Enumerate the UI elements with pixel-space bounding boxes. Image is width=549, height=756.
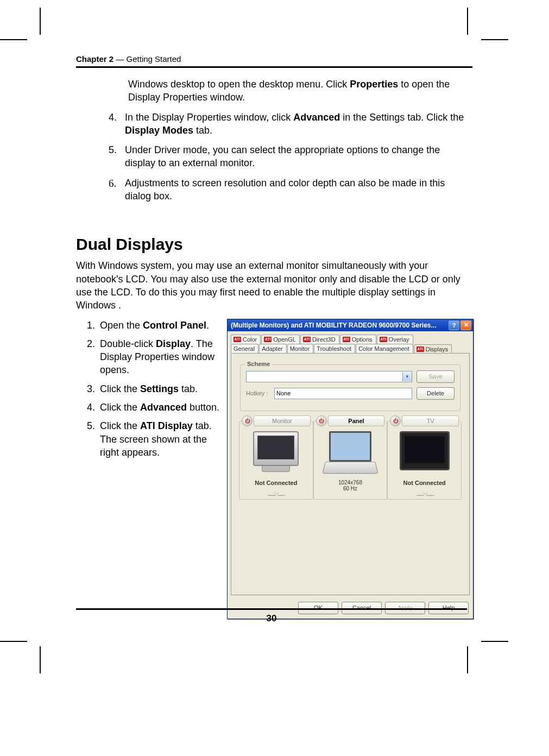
- tab-color-management[interactable]: Color Management: [356, 344, 413, 353]
- display-card-monitor: ⏻ Monitor Not Connected ⎯⎯◡⎯⎯: [239, 421, 313, 500]
- help-button[interactable]: ?: [449, 320, 459, 330]
- toggle-icon[interactable]: ⎯⎯◡⎯⎯: [390, 487, 459, 496]
- save-button[interactable]: Save: [417, 370, 455, 383]
- list-item: 5. Click the ATI Display tab. The screen…: [87, 419, 223, 459]
- tabs-row-2: General Adapter Monitor Troubleshoot Col…: [231, 344, 470, 353]
- resolution-text: 1024x768: [316, 480, 385, 486]
- display-properties-dialog: (Multiple Monitors) and ATI MOBILITY RAD…: [227, 319, 474, 619]
- tab-overlay[interactable]: ATIOverlay: [377, 335, 413, 344]
- tab-monitor[interactable]: Monitor: [287, 344, 314, 353]
- tab-color[interactable]: ATIColor: [231, 335, 261, 344]
- tab-displays[interactable]: ATIDisplays: [414, 344, 452, 354]
- tab-panel-displays: Scheme ▼ Save Hotkey :: [231, 353, 470, 595]
- tab-opengl[interactable]: ATIOpenGL: [261, 335, 300, 344]
- section-intro: With Windows system, you may use an exte…: [76, 259, 472, 312]
- chevron-down-icon: ▼: [402, 372, 412, 381]
- list-item: 5. Under Driver mode, you can select the…: [109, 143, 472, 170]
- ati-icon: ATI: [343, 337, 350, 342]
- status-text: Not Connected: [390, 480, 459, 486]
- delete-button[interactable]: Delete: [417, 387, 455, 400]
- hotkey-field[interactable]: None: [274, 388, 412, 399]
- dialog-title: (Multiple Monitors) and ATI MOBILITY RAD…: [231, 322, 447, 329]
- chapter-title: Getting Started: [127, 54, 181, 64]
- monitor-icon: [246, 431, 306, 477]
- display-card-panel: ⏻ Panel 1024x768 60 Hz: [313, 421, 388, 500]
- laptop-icon: [320, 431, 380, 477]
- tab-troubleshoot[interactable]: Troubleshoot: [314, 344, 355, 353]
- tab-direct3d[interactable]: ATIDirect3D: [300, 335, 339, 344]
- list-item: 4. Click the Advanced button.: [87, 401, 223, 414]
- list-item: 4. In the Display Properties window, cli…: [109, 111, 472, 137]
- chapter-label: Chapter 2: [76, 54, 113, 64]
- ati-icon: ATI: [380, 337, 387, 342]
- display-label-button[interactable]: Panel: [328, 415, 385, 426]
- list-item: 3. Click the Settings tab.: [87, 382, 223, 395]
- hotkey-label: Hotkey :: [246, 390, 274, 396]
- hotkey-value: None: [276, 390, 291, 396]
- page-number: 30: [76, 608, 467, 624]
- tv-icon: [395, 431, 455, 477]
- section-heading: Dual Displays: [76, 235, 472, 254]
- dialog-titlebar[interactable]: (Multiple Monitors) and ATI MOBILITY RAD…: [228, 319, 473, 331]
- power-icon[interactable]: ⏻: [316, 415, 327, 426]
- ati-icon: ATI: [264, 337, 272, 342]
- power-icon[interactable]: ⏻: [242, 415, 253, 426]
- scheme-legend: Scheme: [245, 361, 272, 367]
- tab-adapter[interactable]: Adapter: [259, 344, 287, 353]
- tab-general[interactable]: General: [231, 344, 258, 353]
- power-icon[interactable]: ⏻: [390, 415, 401, 426]
- display-label-button[interactable]: TV: [402, 415, 459, 426]
- toggle-icon[interactable]: ⎯⎯◡⎯⎯: [242, 487, 311, 496]
- ati-icon: ATI: [303, 337, 311, 342]
- list-item: 1. Open the Control Panel.: [87, 319, 223, 332]
- close-button[interactable]: ✕: [460, 320, 471, 330]
- ati-icon: ATI: [234, 337, 241, 342]
- tab-options[interactable]: ATIOptions: [340, 335, 376, 344]
- ati-icon: ATI: [417, 346, 424, 352]
- running-head: Chapter 2 — Getting Started: [76, 54, 472, 68]
- display-label-button[interactable]: Monitor: [254, 415, 311, 426]
- status-text: Not Connected: [242, 480, 311, 486]
- continued-paragraph: Windows desktop to open the desktop menu…: [128, 78, 472, 104]
- display-card-tv: ⏻ TV Not Connected ⎯⎯◡⎯⎯: [387, 421, 462, 500]
- list-item: 2. Double-click Display. The Display Pro…: [87, 337, 223, 377]
- refresh-text: 60 Hz: [316, 486, 385, 492]
- scheme-combo[interactable]: ▼: [246, 371, 412, 382]
- list-item: 6. Adjustments to screen resolution and …: [109, 177, 472, 203]
- scheme-group: Scheme ▼ Save Hotkey :: [240, 364, 460, 411]
- tabs-row-1: ATIColor ATIOpenGL ATIDirect3D ATIOption…: [231, 335, 470, 344]
